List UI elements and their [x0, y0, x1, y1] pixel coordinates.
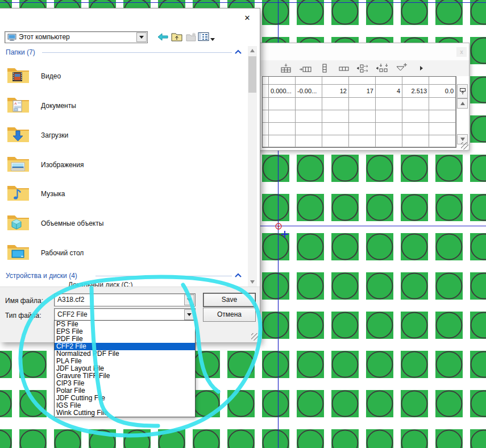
list-scrollbar[interactable]	[248, 46, 257, 287]
table-cell[interactable]	[322, 98, 349, 110]
filename-dropdown-button[interactable]	[184, 294, 194, 305]
filename-combobox[interactable]: A318.cf2	[54, 293, 196, 306]
scroll-up-button[interactable]	[457, 98, 468, 109]
table-cell[interactable]	[349, 123, 376, 135]
table-cell[interactable]	[263, 135, 269, 147]
table-cell[interactable]	[376, 110, 402, 123]
table-cell[interactable]: 0.000...	[269, 85, 296, 98]
folder-item-pictures[interactable]: Изображения	[6, 152, 239, 179]
table-cell[interactable]: -0.00...	[296, 85, 322, 98]
documents-folder-icon: A	[7, 96, 30, 114]
view-menu-icon[interactable]	[198, 31, 209, 42]
table-cell[interactable]	[429, 135, 456, 147]
table-cell[interactable]	[296, 77, 322, 85]
table-cell[interactable]	[429, 123, 456, 135]
folder-item-documents[interactable]: A Документы	[6, 93, 239, 120]
table-cell[interactable]: 17	[349, 85, 376, 98]
folder-label: Рабочий стол	[41, 249, 84, 257]
section-rule	[42, 52, 232, 53]
table-cell[interactable]	[269, 77, 296, 85]
table-cell[interactable]	[376, 123, 402, 135]
folder-item-music[interactable]: Музыка	[6, 181, 239, 208]
location-dropdown-button[interactable]	[136, 32, 147, 42]
location-combobox[interactable]: Этот компьютер	[5, 31, 148, 43]
split-columns-icon[interactable]	[334, 62, 354, 74]
filetype-dropdown-button[interactable]	[184, 309, 194, 320]
folder-item-video[interactable]: Видео	[6, 63, 239, 90]
scroll-up-icon[interactable]	[248, 46, 257, 55]
table-cell[interactable]	[376, 98, 402, 110]
table-cell[interactable]	[269, 110, 296, 123]
table-cell[interactable]	[402, 98, 429, 110]
collapse-chevron-icon[interactable]	[234, 273, 242, 278]
cad-table-panel: x	[255, 43, 470, 151]
table-cell[interactable]	[263, 85, 269, 98]
type-option[interactable]: Wink Cutting File	[55, 409, 195, 417]
table-cell[interactable]: 12	[322, 85, 349, 98]
save-dialog: ✕ Этот компьютер	[0, 8, 260, 342]
new-folder-icon[interactable]	[185, 31, 197, 42]
distribute-horizontal-icon[interactable]	[354, 62, 373, 74]
table-cell[interactable]	[296, 123, 322, 135]
table-cell[interactable]	[402, 110, 429, 123]
more-icon[interactable]	[412, 62, 431, 74]
distribute-vertical-icon[interactable]	[373, 62, 392, 74]
table-cell[interactable]	[296, 110, 322, 123]
dialog-resize-grip[interactable]	[251, 333, 259, 341]
folder-item-downloads[interactable]: Загрузки	[6, 122, 239, 150]
table-cell[interactable]	[376, 77, 402, 85]
back-icon[interactable]	[157, 32, 168, 42]
table-cell[interactable]: 4	[376, 85, 402, 98]
table-cell[interactable]	[269, 123, 296, 135]
parameters-table[interactable]: 0.000...-0.00...121742.5130.0	[262, 76, 456, 148]
table-cell[interactable]	[322, 77, 349, 85]
filetype-combobox[interactable]: CFF2 File	[54, 308, 196, 321]
table-cell[interactable]	[263, 123, 269, 135]
collapse-chevron-icon[interactable]	[234, 49, 242, 55]
scrollbar-thumb[interactable]	[248, 56, 256, 93]
table-cell[interactable]	[349, 98, 376, 110]
cancel-button[interactable]: Отмена	[203, 308, 256, 322]
insert-column-right-icon[interactable]	[296, 62, 315, 74]
table-cell[interactable]	[402, 123, 429, 135]
table-cell[interactable]	[322, 135, 349, 147]
save-button[interactable]: Save	[203, 293, 256, 307]
panel-close-button[interactable]: x	[456, 47, 467, 57]
insert-row-below-icon[interactable]	[276, 62, 296, 74]
table-cell[interactable]	[263, 110, 269, 123]
table-cell[interactable]	[349, 77, 376, 85]
table-cell[interactable]: 2.513	[402, 85, 429, 98]
computer-icon	[7, 34, 16, 41]
table-cell[interactable]	[296, 135, 322, 147]
table-cell[interactable]	[349, 110, 376, 123]
table-cell[interactable]	[429, 110, 456, 123]
table-cell[interactable]	[269, 98, 296, 110]
table-cell[interactable]	[429, 77, 456, 85]
table-cell[interactable]	[376, 135, 402, 147]
panel-titlebar: x	[256, 43, 469, 60]
table-cell[interactable]	[263, 98, 269, 110]
folder-label: Документы	[41, 102, 76, 110]
scroll-pin-button[interactable]	[457, 84, 468, 98]
table-cell[interactable]	[349, 135, 376, 147]
table-cell[interactable]	[296, 98, 322, 110]
table-cell[interactable]	[322, 123, 349, 135]
table-cell[interactable]	[402, 77, 429, 85]
drive-item-partial[interactable]: Локальный диск (С:)	[68, 281, 133, 287]
table-cell[interactable]: 0.0	[429, 85, 456, 98]
split-rows-icon[interactable]	[315, 62, 334, 74]
up-one-level-icon[interactable]	[171, 31, 182, 42]
folder-item-3d-objects[interactable]: Объемные объекты	[6, 210, 239, 238]
table-cell[interactable]	[402, 135, 429, 147]
table-cell[interactable]	[269, 135, 296, 147]
desktop-folder-icon	[7, 243, 30, 262]
table-cell[interactable]	[322, 110, 349, 123]
view-menu-caret-icon[interactable]	[209, 34, 216, 44]
panel-resize-grip[interactable]	[461, 142, 468, 150]
table-cell[interactable]	[429, 98, 456, 110]
dialog-close-button[interactable]: ✕	[241, 12, 254, 24]
scroll-down-icon[interactable]	[248, 277, 257, 287]
folder-item-desktop[interactable]: Рабочий стол	[6, 240, 239, 267]
filter-add-icon[interactable]	[392, 62, 412, 74]
table-cell[interactable]	[263, 77, 269, 85]
